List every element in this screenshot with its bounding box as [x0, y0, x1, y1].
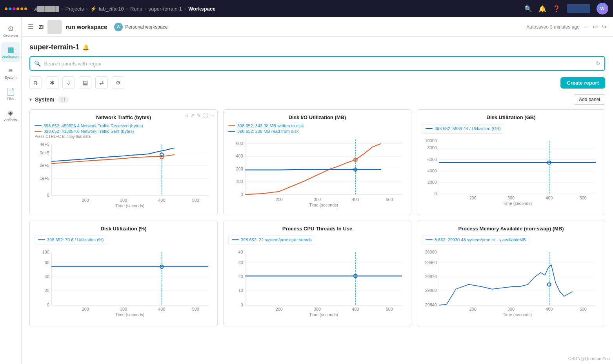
svg-text:40: 40: [45, 274, 49, 279]
user-initials: ZI: [39, 24, 44, 30]
search-bar[interactable]: 🔍 ↻: [29, 56, 605, 71]
svg-text:200: 200: [276, 197, 283, 202]
artifacts-icon: ◈: [8, 109, 13, 117]
svg-text:20: 20: [238, 274, 243, 279]
edit-icon[interactable]: ✎: [197, 113, 201, 118]
svg-text:200: 200: [82, 307, 89, 311]
legend-item-received: 398.652: 459626.4 Network Traffic Receiv…: [35, 123, 213, 128]
legend-line-received: [35, 125, 42, 127]
redo-button[interactable]: ↪: [602, 23, 607, 31]
legend-item-read: 398.652: 208 MB read from disk: [228, 129, 406, 134]
svg-text:2000: 2000: [427, 180, 437, 185]
chart-title-3: Disk Utilization (GB): [422, 114, 600, 120]
sidebar-item-overview[interactable]: ⊙ Overview: [1, 21, 20, 41]
layout-button[interactable]: ▤: [79, 76, 91, 89]
chart-disk-pct: Disk Utilization (%) 398.652: 70.6 / Uti…: [29, 221, 218, 326]
svg-text:Time (seconds): Time (seconds): [503, 201, 532, 206]
sidebar-item-workspace[interactable]: ▦ Workspace: [1, 42, 20, 62]
svg-text:29880: 29880: [425, 288, 437, 293]
svg-text:30: 30: [238, 260, 243, 265]
svg-text:30060: 30060: [425, 250, 437, 254]
bc-projects[interactable]: Projects: [65, 6, 84, 12]
legend-item-memory: 8.652: 29930.48 system/proc.m…y.availabl…: [426, 237, 526, 242]
svg-text:500: 500: [192, 198, 199, 203]
svg-text:0: 0: [47, 302, 49, 307]
hamburger-button[interactable]: ☰: [28, 23, 33, 31]
app-body: ⊙ Overview ▦ Workspace ≡ System 📄 Files …: [0, 17, 613, 364]
sidebar-item-artifacts[interactable]: ◈ Artifacts: [1, 105, 20, 125]
create-report-button[interactable]: Create report: [560, 77, 605, 89]
chart-memory: Process Memory Available (non-swap) (MB)…: [417, 221, 605, 326]
dot-4: [16, 7, 19, 10]
app-logo: [5, 7, 27, 10]
section-toggle[interactable]: ▾: [29, 97, 32, 102]
files-icon: 📄: [6, 87, 15, 96]
drag-handle[interactable]: ⠿: [185, 113, 188, 118]
sidebar-item-system[interactable]: ≡ System: [1, 63, 20, 83]
legend-text-disk-gb: 398.652: 5689.44 / Utilization (GB): [435, 126, 501, 131]
legend-text-write: 398.652: 343.98 MB written to disk: [237, 123, 304, 128]
chart-title-4: Disk Utilization (%): [35, 226, 213, 232]
svg-text:400: 400: [352, 307, 359, 311]
chart-title-6: Process Memory Available (non-swap) (MB): [422, 226, 600, 232]
search-refresh-icon[interactable]: ↻: [596, 60, 600, 67]
add-panel-button[interactable]: Add panel: [574, 94, 605, 105]
search-icon[interactable]: 🔍: [524, 5, 532, 13]
dot-5: [20, 7, 23, 10]
legend-text-read: 398.652: 208 MB read from disk: [237, 129, 299, 134]
legend-text-memory: 8.652: 29930.48 system/proc.m…y.availabl…: [435, 237, 526, 242]
svg-text:600: 600: [236, 141, 243, 146]
sidebar-label-files: Files: [7, 97, 14, 101]
svg-text:3e+5: 3e+5: [40, 150, 49, 155]
main-content: ☰ ZI run workspace W Personal workspace …: [22, 17, 613, 364]
chart-title-5: Process CPU Threads In Use: [228, 226, 406, 232]
legend-text-disk-pct: 398.652: 70.6 / Utilization (%): [47, 237, 104, 242]
more-options-button[interactable]: ···: [584, 24, 589, 31]
search-input[interactable]: [44, 61, 593, 67]
more-icon[interactable]: ···: [210, 113, 214, 118]
svg-text:29920: 29920: [425, 274, 437, 279]
expand-icon[interactable]: ⛶: [203, 113, 208, 118]
undo-button[interactable]: ↩: [593, 23, 598, 31]
personal-workspace-label: Personal workspace: [125, 24, 167, 30]
bc-runs[interactable]: Runs: [130, 6, 142, 12]
bc-org[interactable]: st██████: [33, 6, 59, 12]
bc-project[interactable]: lab_cifar10: [99, 6, 124, 12]
sidebar-item-files[interactable]: 📄 Files: [1, 84, 20, 104]
svg-text:300: 300: [507, 196, 515, 200]
run-bell-icon[interactable]: 🔔: [82, 44, 89, 51]
run-title-bar: super-terrain-1 🔔: [29, 43, 605, 51]
personal-workspace[interactable]: W Personal workspace: [114, 23, 167, 31]
svg-text:200: 200: [236, 167, 243, 171]
run-title: super-terrain-1: [29, 43, 79, 51]
download-button[interactable]: ⇩: [62, 76, 75, 89]
chart-svg-2: 0 100 200 400 600 200 300 400 500 Time (…: [228, 135, 406, 207]
svg-text:10: 10: [238, 288, 243, 293]
legend-text-threads: 398.652: 22 system/proc.cpu.threads: [241, 237, 312, 242]
charts-grid: ⠿ ↗ ✎ ⛶ ··· Network Traffic (bytes) 398.…: [29, 109, 605, 326]
legend-item-disk-pct: 398.652: 70.6 / Utilization (%): [38, 237, 104, 242]
share-icon[interactable]: ↗: [191, 113, 195, 118]
settings-button[interactable]: ⚙: [112, 76, 124, 89]
svg-text:Time (seconds): Time (seconds): [309, 312, 338, 317]
chart-toolbar-1: ⠿ ↗ ✎ ⛶ ···: [185, 113, 214, 118]
section-header: ▾ System 11 Add panel: [29, 94, 605, 105]
notifications-icon[interactable]: 🔔: [538, 5, 546, 13]
help-icon[interactable]: ❓: [553, 5, 560, 13]
svg-text:400: 400: [546, 196, 553, 200]
svg-text:8000: 8000: [427, 145, 437, 150]
filter-button[interactable]: ✱: [46, 76, 58, 89]
svg-text:0: 0: [241, 192, 243, 197]
compare-button[interactable]: ⇄: [95, 76, 108, 89]
chart-disk-io: Disk I/O Utilization (MB) 398.652: 343.9…: [223, 109, 411, 215]
bc-run[interactable]: super-terrain-1: [149, 6, 182, 12]
legend-line-memory: [426, 239, 433, 241]
svg-text:29840: 29840: [425, 302, 437, 307]
watermark: CSDN@QuantumYou: [568, 356, 610, 361]
sort-button[interactable]: ⇅: [29, 76, 42, 89]
dot-3: [13, 7, 15, 10]
bc-current: Workspace: [188, 6, 215, 12]
svg-text:300: 300: [507, 307, 515, 311]
avatar[interactable]: W: [597, 3, 608, 14]
svg-text:200: 200: [469, 307, 477, 311]
